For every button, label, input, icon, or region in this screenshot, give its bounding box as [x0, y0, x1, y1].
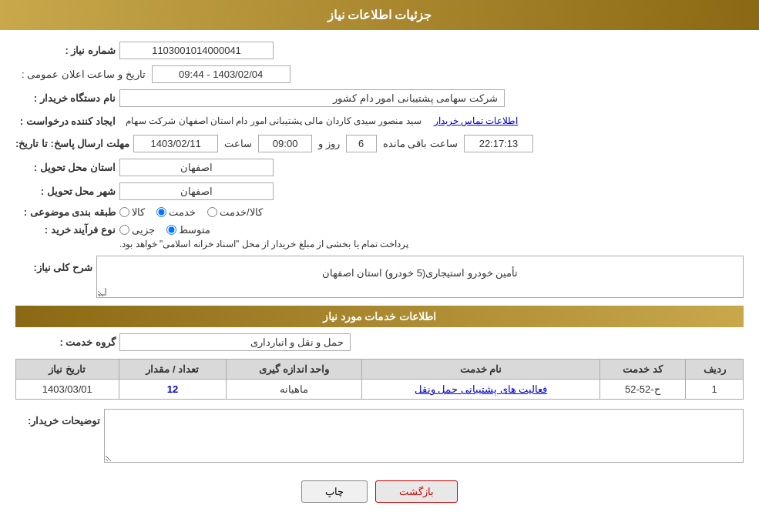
print-button[interactable]: چاپ [301, 480, 368, 503]
nooe-farayand-radio-group: متوسط جزیی [119, 224, 210, 236]
tabaqe-kala-label: کالا [132, 206, 145, 218]
mohlat-label: مهلت ارسال پاسخ: تا تاریخ: [15, 138, 129, 149]
ijad-link[interactable]: اطلاعات تماس خریدار [434, 115, 519, 126]
resize-handle[interactable] [99, 288, 106, 296]
mohlat-rooz-label: روز و [312, 136, 346, 152]
tawzih-container [104, 409, 744, 465]
tabaqe-khedmat-radio[interactable] [156, 207, 166, 217]
tabaqe-kala: کالا [119, 206, 145, 218]
cell-count: 12 [119, 380, 227, 400]
tawzih-label: توضیحات خریدار: [15, 409, 100, 427]
table-header-row: ردیف کد خدمت نام خدمت واحد اندازه گیری ت… [16, 360, 744, 380]
col-date: تاریخ نیاز [16, 360, 119, 380]
table-row: 1 ح-52-52 فعالیت های پشتیبانی حمل ونقل م… [16, 380, 744, 400]
table-body: 1 ح-52-52 فعالیت های پشتیبانی حمل ونقل م… [16, 380, 744, 400]
col-name: نام خدمت [362, 360, 599, 380]
nooe-jozi-radio[interactable] [119, 225, 129, 235]
shahr-value: اصفهان [119, 182, 274, 200]
nooe-motavaset-radio[interactable] [166, 225, 176, 235]
nooe-motavaset: متوسط [166, 224, 210, 236]
services-table: ردیف کد خدمت نام خدمت واحد اندازه گیری ت… [15, 359, 744, 400]
grooh-khedmat-label: گروه خدمت : [15, 336, 116, 348]
name-dastgah-label: نام دستگاه خریدار : [15, 92, 116, 104]
nooe-farayand-row: متوسط جزیی پرداخت تمام یا بخشی از مبلغ خ… [15, 224, 744, 249]
ostan-row: اصفهان استان محل تحویل : [15, 159, 744, 176]
sharh-koli-value: تأمین خودرو استیجاری(5 خودرو) استان اصفه… [100, 259, 740, 286]
sharh-koli-textarea: تأمین خودرو استیجاری(5 خودرو) استان اصفه… [96, 256, 744, 298]
shahr-label: شهر محل تحویل : [15, 186, 116, 197]
nooe-motavaset-label: متوسط [179, 224, 210, 236]
page-header: جزئیات اطلاعات نیاز [0, 0, 759, 30]
col-count: تعداد / مقدار [119, 360, 227, 380]
nooe-jozi-label: جزیی [132, 224, 155, 236]
name-dastgah-value: شرکت سهامی پشتیبانی امور دام کشور [119, 89, 505, 107]
ijad-row: اطلاعات تماس خریدار سید منصور سیدی کاردا… [15, 113, 744, 129]
mohlat-saat-label: ساعت [218, 136, 258, 152]
mohlat-baqi-label: ساعت باقی مانده [377, 136, 464, 152]
shahr-row: اصفهان شهر محل تحویل : [15, 182, 744, 200]
tabaqe-khedmat: خدمت [156, 206, 196, 218]
mohlat-rooz-value: 6 [346, 135, 377, 152]
mohlat-baqi-value: 22:17:13 [464, 135, 533, 152]
services-header: اطلاعات خدمات مورد نیاز [15, 306, 744, 327]
nooe-farayand-label: نوع فرآیند خرید : [15, 224, 116, 236]
shomara-niaz-row: 1103001014000041 شماره نیاز : [15, 42, 744, 59]
button-area: بازگشت چاپ [15, 480, 744, 503]
cell-name-link[interactable]: فعالیت های پشتیبانی حمل ونقل [415, 383, 547, 395]
cell-date: 1403/03/01 [16, 380, 119, 400]
tarikh-row: 1403/02/04 - 09:44 تاریخ و ساعت اعلان عم… [15, 65, 744, 83]
sharh-koli-label: شرح کلی نیاز: [15, 256, 92, 273]
tarikh-value: 1403/02/04 - 09:44 [152, 65, 291, 83]
tabaqe-kala-khedmat-radio[interactable] [207, 207, 217, 217]
col-unit: واحد اندازه گیری [227, 360, 362, 380]
sharh-koli-container: تأمین خودرو استیجاری(5 خودرو) استان اصفه… [96, 256, 744, 298]
cell-name: فعالیت های پشتیبانی حمل ونقل [362, 380, 599, 400]
nooe-farayand-note: پرداخت تمام یا بخشی از مبلغ خریدار از مح… [119, 239, 408, 249]
ostan-label: استان محل تحویل : [15, 162, 116, 173]
shomara-niaz-value: 1103001014000041 [119, 42, 274, 59]
mohlat-date-value: 1403/02/11 [133, 135, 218, 152]
tabaqe-khedmat-label: خدمت [169, 206, 196, 218]
grooh-khedmat-row: حمل و نقل و انبارداری گروه خدمت : [15, 333, 744, 351]
tabaqe-kala-radio[interactable] [119, 207, 129, 217]
tarikh-label: تاریخ و ساعت اعلان عمومی : [15, 66, 152, 82]
tawzih-row: توضیحات خریدار: [15, 409, 744, 465]
tabaqe-row: کالا/خدمت خدمت کالا طبقه بندی موضوعی : [15, 206, 744, 218]
col-radif: ردیف [686, 360, 744, 380]
grooh-khedmat-value: حمل و نقل و انبارداری [119, 333, 351, 351]
table-head: ردیف کد خدمت نام خدمت واحد اندازه گیری ت… [16, 360, 744, 380]
mohlat-saat-value: 09:00 [258, 135, 312, 152]
services-table-section: ردیف کد خدمت نام خدمت واحد اندازه گیری ت… [15, 359, 744, 400]
page-wrapper: جزئیات اطلاعات نیاز 1103001014000041 شما… [0, 0, 759, 532]
ijad-value: سید منصور سیدی کاردان مالی پشتیبانی امور… [119, 113, 428, 129]
mohlat-row: 22:17:13 ساعت باقی مانده 6 روز و 09:00 س… [15, 135, 744, 152]
back-button[interactable]: بازگشت [375, 480, 458, 503]
tabaqe-label: طبقه بندی موضوعی : [15, 206, 116, 218]
tabaqe-kala-khedmat: کالا/خدمت [207, 206, 263, 218]
cell-code: ح-52-52 [599, 380, 686, 400]
shomara-niaz-label: شماره نیاز : [15, 45, 116, 56]
ijad-label: ایجاد کننده درخواست : [15, 115, 116, 127]
name-dastgah-row: شرکت سهامی پشتیبانی امور دام کشور نام دس… [15, 89, 744, 107]
nooe-jozi: جزیی [119, 224, 155, 236]
ostan-value: اصفهان [119, 159, 274, 176]
cell-radif: 1 [686, 380, 744, 400]
tabaqe-radio-group: کالا/خدمت خدمت کالا [119, 206, 263, 218]
header-title: جزئیات اطلاعات نیاز [327, 8, 432, 22]
tabaqe-kala-khedmat-label: کالا/خدمت [220, 206, 263, 218]
col-code: کد خدمت [599, 360, 686, 380]
tawzih-textarea[interactable] [104, 409, 744, 463]
content-area: 1103001014000041 شماره نیاز : 1403/02/04… [0, 30, 759, 526]
sharh-koli-row: تأمین خودرو استیجاری(5 خودرو) استان اصفه… [15, 256, 744, 298]
cell-unit: ماهیانه [227, 380, 362, 400]
